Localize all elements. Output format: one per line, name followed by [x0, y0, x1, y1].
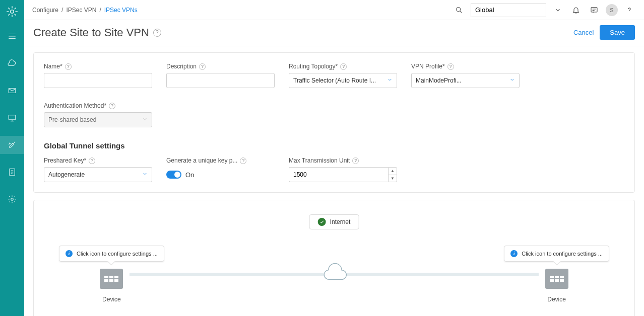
- breadcrumb-ipsec-vpn[interactable]: IPSec VPN: [66, 7, 96, 14]
- title-bar: Create Site to Site VPN ? Cancel Save: [24, 20, 644, 46]
- help-icon[interactable]: ?: [340, 63, 347, 70]
- auth-method-select[interactable]: Pre-shared based: [44, 112, 152, 127]
- sidebar-cloud-icon[interactable]: [0, 54, 24, 72]
- field-generate-unique: Generate a unique key p...? On: [166, 157, 275, 182]
- preshared-key-select[interactable]: Autogenerate: [44, 167, 152, 182]
- field-preshared-key: Preshared Key*? Autogenerate: [44, 157, 152, 182]
- stepper-up-icon[interactable]: ▲: [389, 168, 397, 175]
- mtu-input[interactable]: [289, 167, 388, 182]
- cancel-button[interactable]: Cancel: [567, 26, 600, 39]
- svg-rect-1: [9, 89, 16, 93]
- help-icon[interactable]: [623, 4, 636, 17]
- chevron-down-icon[interactable]: [551, 4, 564, 17]
- cloud-icon: [319, 263, 349, 286]
- form-card: Name*? Description? Routing Topology*? T…: [33, 52, 635, 193]
- chevron-down-icon: [142, 116, 148, 123]
- avatar[interactable]: S: [606, 4, 618, 16]
- help-icon[interactable]: ?: [447, 63, 454, 70]
- sidebar-tools-icon[interactable]: [0, 136, 24, 154]
- routing-topology-select[interactable]: Traffic Selector (Auto Route I...: [289, 73, 397, 88]
- device-right-label: Device: [547, 296, 566, 303]
- svg-rect-6: [591, 7, 597, 12]
- generate-unique-toggle[interactable]: [166, 171, 181, 179]
- main-area: Configure / IPSec VPN / IPSec VPNs S Cre…: [24, 0, 644, 316]
- field-routing-topology: Routing Topology*? Traffic Selector (Aut…: [289, 63, 397, 88]
- sidebar-menu-icon[interactable]: [0, 27, 24, 45]
- stepper-down-icon[interactable]: ▼: [389, 175, 397, 182]
- sidebar-monitor-icon[interactable]: [0, 109, 24, 127]
- sidebar-settings-icon[interactable]: [0, 190, 24, 208]
- help-icon[interactable]: ?: [109, 103, 115, 109]
- help-icon[interactable]: ?: [199, 63, 206, 70]
- field-auth-method: Authentication Method*? Pre-shared based: [44, 102, 152, 127]
- check-icon: [318, 218, 326, 226]
- save-button[interactable]: Save: [600, 25, 635, 40]
- tooltip-left: i Click icon to configure settings ...: [59, 246, 164, 262]
- svg-point-5: [457, 7, 461, 11]
- breadcrumb-configure[interactable]: Configure: [32, 7, 58, 14]
- internet-badge: Internet: [309, 214, 359, 229]
- name-input[interactable]: [44, 73, 152, 88]
- tunnel-section-title: Global Tunnel settings: [44, 141, 624, 150]
- device-left: i Click icon to configure settings ... D…: [59, 246, 164, 303]
- bell-icon[interactable]: [569, 4, 583, 17]
- device-right: i Click icon to configure settings ... D…: [504, 246, 609, 303]
- description-input[interactable]: [166, 73, 275, 88]
- content-area: Name*? Description? Routing Topology*? T…: [24, 46, 644, 316]
- page-title: Create Site to Site VPN ?: [33, 26, 161, 39]
- tooltip-right: i Click icon to configure settings ...: [504, 246, 609, 262]
- help-icon[interactable]: ?: [65, 63, 72, 70]
- svg-point-0: [11, 10, 14, 14]
- field-name: Name*?: [44, 63, 152, 88]
- sidebar-document-icon[interactable]: [0, 163, 24, 181]
- mtu-spinner: ▲ ▼: [388, 167, 397, 182]
- toggle-state-label: On: [185, 171, 194, 179]
- device-left-label: Device: [102, 296, 121, 303]
- device-left-icon[interactable]: [100, 269, 123, 289]
- svg-point-4: [11, 198, 14, 201]
- sidebar-mail-icon[interactable]: [0, 82, 24, 100]
- feedback-icon[interactable]: [588, 4, 601, 17]
- chevron-down-icon: [387, 77, 393, 84]
- info-icon: i: [66, 250, 73, 257]
- chevron-down-icon: [142, 171, 148, 178]
- help-icon[interactable]: ?: [352, 157, 359, 164]
- info-icon: i: [510, 250, 518, 257]
- field-mtu: Max Transmission Unit? ▲ ▼: [289, 157, 397, 182]
- breadcrumb-current: IPSec VPNs: [104, 7, 138, 14]
- field-description: Description?: [166, 63, 275, 88]
- help-icon[interactable]: ?: [240, 157, 246, 164]
- left-sidebar: [0, 0, 24, 316]
- vpn-profile-select[interactable]: MainModeProfi...: [411, 73, 520, 88]
- title-help-icon[interactable]: ?: [153, 29, 161, 37]
- chevron-down-icon: [509, 77, 515, 84]
- breadcrumb: Configure / IPSec VPN / IPSec VPNs: [32, 7, 138, 14]
- svg-rect-2: [9, 115, 16, 120]
- device-right-icon[interactable]: [545, 269, 568, 289]
- field-vpn-profile: VPN Profile*? MainModeProfi...: [411, 63, 520, 88]
- app-logo-icon: [6, 5, 19, 18]
- search-icon[interactable]: [453, 4, 466, 17]
- top-header: Configure / IPSec VPN / IPSec VPNs S: [24, 0, 644, 20]
- topology-diagram: Internet i Click icon to configure setti…: [33, 200, 635, 316]
- scope-input[interactable]: [471, 3, 546, 17]
- help-icon[interactable]: ?: [89, 157, 95, 164]
